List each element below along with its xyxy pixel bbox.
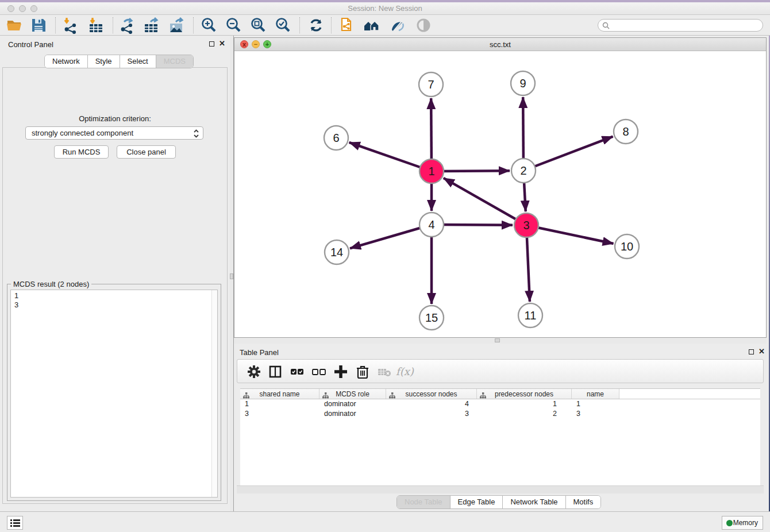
table-header-row: shared name MCDS role successor nodes pr… — [240, 388, 760, 399]
mcds-result-textarea[interactable]: 1 3 — [10, 290, 218, 498]
graph-edge[interactable] — [523, 137, 613, 171]
graph-node[interactable]: 6 — [324, 126, 348, 150]
column-header-shared-name[interactable]: shared name — [240, 389, 319, 399]
result-scrollbar[interactable] — [211, 290, 217, 497]
splitter-handle[interactable] — [230, 273, 233, 279]
graph-node-label: 6 — [333, 132, 339, 144]
network-window-titlebar[interactable]: x − + scc.txt — [234, 38, 766, 51]
task-history-button[interactable] — [7, 516, 23, 530]
table-settings-icon[interactable] — [245, 363, 263, 380]
open-session-icon[interactable] — [6, 17, 23, 34]
delete-column-icon[interactable] — [354, 363, 371, 380]
table-cell-shared-name[interactable]: 1 — [240, 399, 319, 409]
deselect-all-rows-icon[interactable] — [310, 363, 328, 380]
criterion-dropdown-value: strongly connected component — [32, 129, 133, 137]
close-panel-icon[interactable]: ✕ — [219, 39, 225, 48]
table-cell-shared-name[interactable]: 3 — [240, 409, 319, 419]
tab-motifs[interactable]: Motifs — [566, 496, 601, 508]
graph-node[interactable]: 9 — [511, 71, 535, 95]
control-panel-title: Control Panel — [8, 40, 53, 49]
graph-node[interactable]: 1 — [419, 159, 444, 183]
toolbar-separator — [55, 17, 56, 33]
table-cell-mcds-role[interactable]: dominator — [319, 409, 386, 419]
export-image-icon[interactable] — [168, 17, 185, 34]
table-cell-successor-nodes[interactable]: 3 — [386, 409, 477, 419]
table-row[interactable]: 1dominator411 — [240, 399, 760, 409]
graph-node[interactable]: 15 — [419, 306, 444, 330]
float-panel-icon[interactable] — [749, 349, 754, 354]
criterion-dropdown[interactable]: strongly connected component — [25, 126, 203, 140]
graph-node[interactable]: 10 — [615, 234, 639, 259]
split-columns-icon[interactable] — [267, 363, 284, 380]
graph-edge[interactable] — [526, 225, 614, 244]
graph-node[interactable]: 8 — [614, 119, 638, 144]
zoom-selected-icon[interactable] — [274, 17, 291, 34]
column-header-mcds-role[interactable]: MCDS role — [319, 389, 386, 399]
table-cell-mcds-role[interactable]: dominator — [319, 399, 386, 409]
graph-node-label: 3 — [523, 219, 529, 232]
zoom-in-icon[interactable] — [200, 17, 217, 34]
export-network-icon[interactable] — [118, 17, 136, 34]
zoom-out-icon[interactable] — [225, 17, 242, 34]
clone-network-icon[interactable] — [339, 17, 356, 34]
graph-node[interactable]: 3 — [514, 213, 538, 237]
network-close-button[interactable]: x — [240, 40, 248, 48]
export-table-icon[interactable] — [143, 17, 160, 34]
network-view-window: x − + scc.txt 7968124314101511 — [234, 37, 767, 338]
network-maximize-button[interactable]: + — [263, 40, 271, 48]
column-header-predecessor-nodes[interactable]: predecessor nodes — [477, 389, 572, 399]
refresh-layout-icon[interactable] — [307, 17, 325, 34]
table-scrollbar-track[interactable] — [237, 485, 764, 494]
header-filler — [619, 389, 760, 399]
network-minimize-button[interactable]: − — [252, 40, 260, 48]
add-column-icon[interactable] — [332, 363, 349, 380]
save-session-icon[interactable] — [30, 17, 47, 34]
tab-select[interactable]: Select — [120, 55, 156, 68]
close-panel-button[interactable]: Close panel — [117, 145, 176, 159]
window-close-button[interactable] — [7, 5, 14, 12]
zoom-fit-icon[interactable] — [249, 17, 267, 34]
tab-node-table[interactable]: Node Table — [397, 496, 451, 508]
tab-network[interactable]: Network — [45, 55, 88, 68]
search-input[interactable] — [598, 19, 763, 32]
vertical-splitter[interactable] — [230, 36, 234, 511]
float-panel-icon[interactable] — [209, 41, 214, 47]
import-network-icon[interactable] — [62, 17, 79, 34]
table-cell-predecessor-nodes[interactable]: 1 — [477, 399, 572, 409]
hide-selected-icon[interactable] — [388, 17, 406, 34]
network-canvas[interactable]: 7968124314101511 — [234, 51, 766, 337]
graph-node[interactable]: 4 — [419, 213, 444, 237]
table-cell-name[interactable]: 1 — [572, 399, 619, 409]
select-all-rows-icon[interactable] — [288, 363, 306, 380]
graph-node[interactable]: 14 — [325, 240, 349, 264]
tab-mcds[interactable]: MCDS — [156, 55, 193, 68]
column-header-successor-nodes[interactable]: successor nodes — [386, 389, 477, 399]
column-header-name[interactable]: name — [572, 389, 619, 399]
splitter-handle[interactable] — [495, 338, 500, 342]
window-minimize-button[interactable] — [19, 5, 26, 12]
toolbar-separator — [331, 17, 332, 33]
tree-icon — [480, 391, 486, 402]
tab-style[interactable]: Style — [88, 55, 120, 68]
tab-edge-table[interactable]: Edge Table — [451, 496, 503, 508]
graph-node[interactable]: 11 — [518, 303, 542, 327]
show-all-nodes-icon[interactable] — [363, 17, 380, 34]
memory-button[interactable]: Memory — [722, 516, 763, 530]
tab-network-table[interactable]: Network Table — [503, 496, 565, 508]
run-mcds-button[interactable]: Run MCDS — [54, 145, 109, 159]
import-table-icon[interactable] — [87, 17, 105, 34]
graph-node[interactable]: 2 — [511, 159, 536, 183]
node-table: shared name MCDS role successor nodes pr… — [240, 388, 760, 486]
graph-edge[interactable] — [349, 142, 432, 171]
close-panel-icon[interactable]: ✕ — [759, 347, 765, 356]
toggle-birdseye-icon[interactable] — [415, 17, 432, 34]
table-cell-predecessor-nodes[interactable]: 2 — [477, 409, 572, 419]
window-zoom-button[interactable] — [30, 5, 37, 12]
table-cell-successor-nodes[interactable]: 4 — [386, 399, 477, 409]
graph-edge[interactable] — [444, 178, 526, 225]
table-cell-name[interactable]: 3 — [572, 409, 619, 419]
graph-node[interactable]: 7 — [419, 72, 443, 97]
table-row[interactable]: 3dominator323 — [240, 409, 760, 419]
mcds-result-title: MCDS result (2 nodes) — [11, 280, 91, 288]
horizontal-splitter[interactable] — [234, 338, 767, 344]
